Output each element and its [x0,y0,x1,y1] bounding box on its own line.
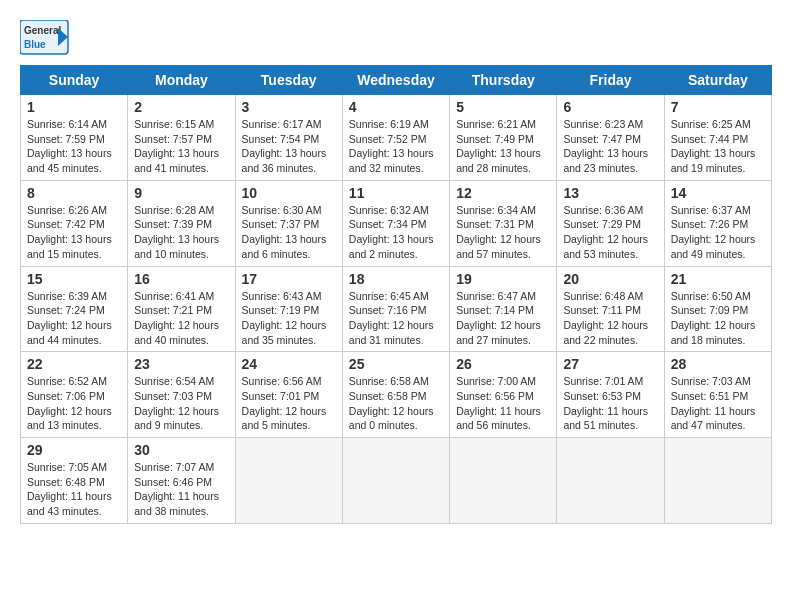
calendar-day-20: 20 Sunrise: 6:48 AMSunset: 7:11 PMDaylig… [557,266,664,352]
day-number: 9 [134,185,228,201]
empty-cell [557,438,664,524]
day-number: 21 [671,271,765,287]
day-number: 7 [671,99,765,115]
day-number: 8 [27,185,121,201]
calendar-day-24: 24 Sunrise: 6:56 AMSunset: 7:01 PMDaylig… [235,352,342,438]
calendar-week-5: 29 Sunrise: 7:05 AMSunset: 6:48 PMDaylig… [21,438,772,524]
calendar-header-friday: Friday [557,66,664,95]
day-detail: Sunrise: 6:41 AMSunset: 7:21 PMDaylight:… [134,289,228,348]
calendar-day-26: 26 Sunrise: 7:00 AMSunset: 6:56 PMDaylig… [450,352,557,438]
day-detail: Sunrise: 6:48 AMSunset: 7:11 PMDaylight:… [563,289,657,348]
day-detail: Sunrise: 6:56 AMSunset: 7:01 PMDaylight:… [242,374,336,433]
day-detail: Sunrise: 6:14 AMSunset: 7:59 PMDaylight:… [27,117,121,176]
day-number: 10 [242,185,336,201]
calendar-day-28: 28 Sunrise: 7:03 AMSunset: 6:51 PMDaylig… [664,352,771,438]
calendar-day-22: 22 Sunrise: 6:52 AMSunset: 7:06 PMDaylig… [21,352,128,438]
calendar-header-thursday: Thursday [450,66,557,95]
calendar-day-17: 17 Sunrise: 6:43 AMSunset: 7:19 PMDaylig… [235,266,342,352]
day-number: 6 [563,99,657,115]
day-detail: Sunrise: 6:39 AMSunset: 7:24 PMDaylight:… [27,289,121,348]
logo: General Blue [20,20,70,55]
calendar-week-4: 22 Sunrise: 6:52 AMSunset: 7:06 PMDaylig… [21,352,772,438]
day-number: 4 [349,99,443,115]
calendar-header-wednesday: Wednesday [342,66,449,95]
empty-cell [342,438,449,524]
svg-text:Blue: Blue [24,39,46,50]
day-number: 2 [134,99,228,115]
day-number: 19 [456,271,550,287]
day-detail: Sunrise: 6:30 AMSunset: 7:37 PMDaylight:… [242,203,336,262]
calendar-week-3: 15 Sunrise: 6:39 AMSunset: 7:24 PMDaylig… [21,266,772,352]
day-number: 20 [563,271,657,287]
day-detail: Sunrise: 6:28 AMSunset: 7:39 PMDaylight:… [134,203,228,262]
day-detail: Sunrise: 6:23 AMSunset: 7:47 PMDaylight:… [563,117,657,176]
day-detail: Sunrise: 6:36 AMSunset: 7:29 PMDaylight:… [563,203,657,262]
calendar-day-7: 7 Sunrise: 6:25 AMSunset: 7:44 PMDayligh… [664,95,771,181]
day-number: 1 [27,99,121,115]
calendar-header-monday: Monday [128,66,235,95]
calendar-day-14: 14 Sunrise: 6:37 AMSunset: 7:26 PMDaylig… [664,180,771,266]
calendar-day-25: 25 Sunrise: 6:58 AMSunset: 6:58 PMDaylig… [342,352,449,438]
calendar-day-4: 4 Sunrise: 6:19 AMSunset: 7:52 PMDayligh… [342,95,449,181]
day-detail: Sunrise: 6:34 AMSunset: 7:31 PMDaylight:… [456,203,550,262]
day-detail: Sunrise: 6:17 AMSunset: 7:54 PMDaylight:… [242,117,336,176]
calendar-day-1: 1 Sunrise: 6:14 AMSunset: 7:59 PMDayligh… [21,95,128,181]
logo-svg: General Blue [20,20,70,55]
calendar-day-19: 19 Sunrise: 6:47 AMSunset: 7:14 PMDaylig… [450,266,557,352]
day-number: 5 [456,99,550,115]
day-detail: Sunrise: 6:19 AMSunset: 7:52 PMDaylight:… [349,117,443,176]
day-detail: Sunrise: 6:50 AMSunset: 7:09 PMDaylight:… [671,289,765,348]
day-number: 27 [563,356,657,372]
day-number: 13 [563,185,657,201]
day-number: 29 [27,442,121,458]
calendar-week-2: 8 Sunrise: 6:26 AMSunset: 7:42 PMDayligh… [21,180,772,266]
day-number: 26 [456,356,550,372]
day-number: 25 [349,356,443,372]
empty-cell [664,438,771,524]
day-number: 11 [349,185,443,201]
day-detail: Sunrise: 6:47 AMSunset: 7:14 PMDaylight:… [456,289,550,348]
calendar-day-16: 16 Sunrise: 6:41 AMSunset: 7:21 PMDaylig… [128,266,235,352]
calendar-day-2: 2 Sunrise: 6:15 AMSunset: 7:57 PMDayligh… [128,95,235,181]
calendar-day-10: 10 Sunrise: 6:30 AMSunset: 7:37 PMDaylig… [235,180,342,266]
empty-cell [235,438,342,524]
day-number: 14 [671,185,765,201]
day-number: 23 [134,356,228,372]
calendar-header-row: SundayMondayTuesdayWednesdayThursdayFrid… [21,66,772,95]
calendar-day-6: 6 Sunrise: 6:23 AMSunset: 7:47 PMDayligh… [557,95,664,181]
calendar-day-9: 9 Sunrise: 6:28 AMSunset: 7:39 PMDayligh… [128,180,235,266]
day-detail: Sunrise: 6:15 AMSunset: 7:57 PMDaylight:… [134,117,228,176]
day-detail: Sunrise: 7:07 AMSunset: 6:46 PMDaylight:… [134,460,228,519]
day-detail: Sunrise: 7:05 AMSunset: 6:48 PMDaylight:… [27,460,121,519]
calendar-header-sunday: Sunday [21,66,128,95]
day-detail: Sunrise: 6:21 AMSunset: 7:49 PMDaylight:… [456,117,550,176]
day-detail: Sunrise: 6:26 AMSunset: 7:42 PMDaylight:… [27,203,121,262]
calendar-day-23: 23 Sunrise: 6:54 AMSunset: 7:03 PMDaylig… [128,352,235,438]
calendar-day-18: 18 Sunrise: 6:45 AMSunset: 7:16 PMDaylig… [342,266,449,352]
day-number: 18 [349,271,443,287]
calendar-day-12: 12 Sunrise: 6:34 AMSunset: 7:31 PMDaylig… [450,180,557,266]
page-header: General Blue [20,20,772,55]
day-detail: Sunrise: 6:43 AMSunset: 7:19 PMDaylight:… [242,289,336,348]
calendar-day-11: 11 Sunrise: 6:32 AMSunset: 7:34 PMDaylig… [342,180,449,266]
calendar-table: SundayMondayTuesdayWednesdayThursdayFrid… [20,65,772,524]
day-number: 15 [27,271,121,287]
calendar-day-3: 3 Sunrise: 6:17 AMSunset: 7:54 PMDayligh… [235,95,342,181]
day-detail: Sunrise: 7:00 AMSunset: 6:56 PMDaylight:… [456,374,550,433]
calendar-day-15: 15 Sunrise: 6:39 AMSunset: 7:24 PMDaylig… [21,266,128,352]
calendar-week-1: 1 Sunrise: 6:14 AMSunset: 7:59 PMDayligh… [21,95,772,181]
day-detail: Sunrise: 6:32 AMSunset: 7:34 PMDaylight:… [349,203,443,262]
empty-cell [450,438,557,524]
day-number: 22 [27,356,121,372]
day-number: 16 [134,271,228,287]
day-detail: Sunrise: 7:03 AMSunset: 6:51 PMDaylight:… [671,374,765,433]
day-detail: Sunrise: 6:45 AMSunset: 7:16 PMDaylight:… [349,289,443,348]
day-number: 17 [242,271,336,287]
day-detail: Sunrise: 6:54 AMSunset: 7:03 PMDaylight:… [134,374,228,433]
calendar-header-tuesday: Tuesday [235,66,342,95]
day-number: 30 [134,442,228,458]
calendar-day-8: 8 Sunrise: 6:26 AMSunset: 7:42 PMDayligh… [21,180,128,266]
day-number: 24 [242,356,336,372]
calendar-day-13: 13 Sunrise: 6:36 AMSunset: 7:29 PMDaylig… [557,180,664,266]
day-detail: Sunrise: 6:37 AMSunset: 7:26 PMDaylight:… [671,203,765,262]
